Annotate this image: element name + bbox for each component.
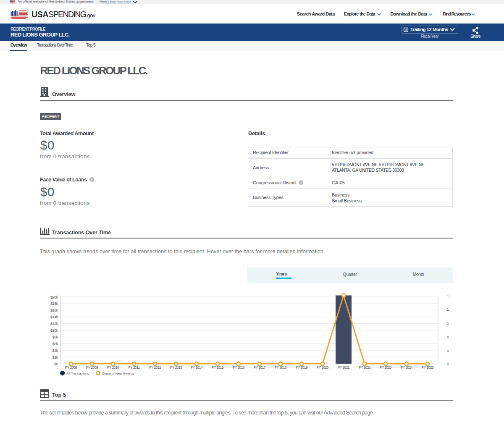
svg-text:0: 0 bbox=[447, 349, 449, 353]
svg-text:$10k: $10k bbox=[50, 328, 58, 333]
svg-text:$4k: $4k bbox=[52, 349, 58, 353]
svg-text:0: 0 bbox=[447, 362, 449, 366]
svg-text:$2k: $2k bbox=[52, 355, 58, 359]
svg-text:$18k: $18k bbox=[50, 301, 58, 306]
svg-text:FY 2021: FY 2021 bbox=[338, 365, 350, 370]
svg-text:1: 1 bbox=[447, 321, 449, 325]
svg-text:$16k: $16k bbox=[50, 308, 58, 312]
svg-text:$8k: $8k bbox=[52, 335, 58, 339]
svg-text:1: 1 bbox=[447, 294, 449, 298]
svg-text:$0: $0 bbox=[54, 362, 58, 366]
svg-text:$6k: $6k bbox=[52, 342, 58, 346]
svg-text:$14k: $14k bbox=[50, 315, 58, 319]
svg-text:1: 1 bbox=[447, 307, 449, 312]
svg-text:$20k: $20k bbox=[50, 295, 58, 299]
svg-text:$12k: $12k bbox=[50, 322, 58, 326]
svg-text:0: 0 bbox=[447, 335, 449, 339]
